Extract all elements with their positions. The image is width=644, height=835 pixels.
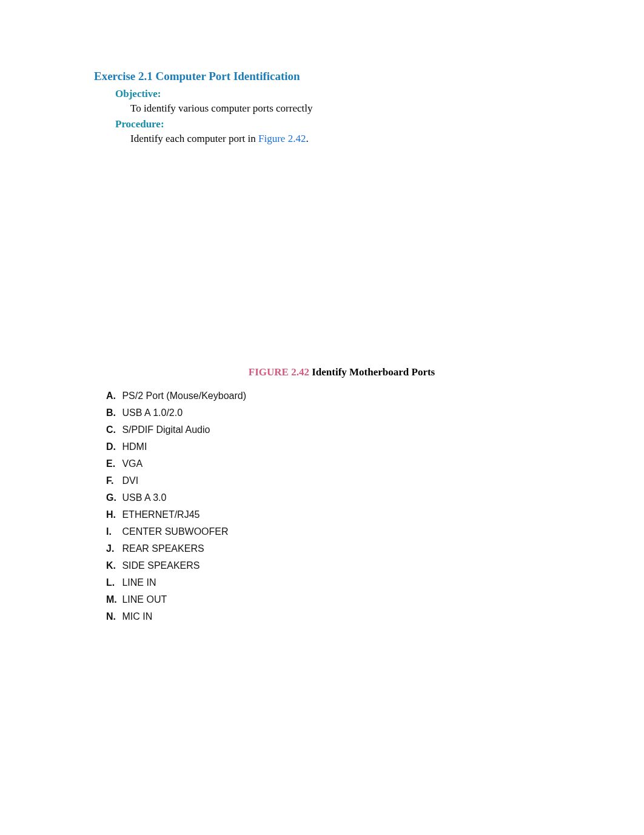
answer-item: H. ETHERNET/RJ45	[106, 509, 553, 520]
answer-letter: M.	[106, 594, 119, 605]
answer-letter: J.	[106, 543, 119, 554]
answer-letter: G.	[106, 492, 119, 503]
answer-letter: B.	[106, 407, 119, 418]
answer-text: USB A 1.0/2.0	[119, 407, 183, 418]
answer-item: N. MIC IN	[106, 611, 553, 622]
procedure-label: Procedure:	[115, 118, 553, 130]
answer-text: USB A 3.0	[119, 492, 166, 503]
answer-item: D. HDMI	[106, 441, 553, 452]
answer-text: LINE IN	[119, 577, 156, 588]
answer-item: I. CENTER SUBWOOFER	[106, 526, 553, 537]
answer-text: SIDE SPEAKERS	[119, 560, 200, 571]
answer-item: J. REAR SPEAKERS	[106, 543, 553, 554]
answers-list: A. PS/2 Port (Mouse/Keyboard) B. USB A 1…	[106, 391, 553, 622]
answer-letter: N.	[106, 611, 119, 622]
answer-item: L. LINE IN	[106, 577, 553, 588]
answer-letter: H.	[106, 509, 119, 520]
answer-item: F. DVI	[106, 475, 553, 486]
answer-text: MIC IN	[119, 611, 152, 622]
procedure-prefix: Identify each computer port in	[130, 133, 258, 144]
exercise-title: Exercise 2.1 Computer Port Identificatio…	[94, 70, 553, 83]
figure-caption: FIGURE 2.42 Identify Motherboard Ports	[130, 366, 553, 378]
answer-text: S/PDIF Digital Audio	[119, 424, 210, 435]
answer-text: HDMI	[119, 441, 147, 452]
answer-letter: E.	[106, 458, 119, 469]
answer-letter: K.	[106, 560, 119, 571]
answer-text: LINE OUT	[119, 594, 167, 605]
answer-text: REAR SPEAKERS	[119, 543, 204, 554]
answer-letter: A.	[106, 391, 119, 401]
answer-text: DVI	[119, 475, 138, 486]
answer-item: A. PS/2 Port (Mouse/Keyboard)	[106, 391, 553, 401]
figure-label: FIGURE 2.42	[249, 366, 309, 378]
figure-title: Identify Motherboard Ports	[309, 366, 435, 378]
figure-link[interactable]: Figure 2.42	[258, 133, 306, 144]
answer-text: VGA	[119, 458, 143, 469]
answer-text: ETHERNET/RJ45	[119, 509, 200, 520]
objective-label: Objective:	[115, 88, 553, 100]
answer-item: G. USB A 3.0	[106, 492, 553, 503]
procedure-suffix: .	[306, 133, 308, 144]
answer-item: E. VGA	[106, 458, 553, 469]
answer-letter: I.	[106, 526, 119, 537]
answer-letter: F.	[106, 475, 119, 486]
answer-text: CENTER SUBWOOFER	[119, 526, 229, 537]
answer-text: PS/2 Port (Mouse/Keyboard)	[119, 391, 246, 401]
answer-letter: C.	[106, 424, 119, 435]
answer-item: C. S/PDIF Digital Audio	[106, 424, 553, 435]
answer-item: B. USB A 1.0/2.0	[106, 407, 553, 418]
objective-text: To identify various computer ports corre…	[130, 102, 553, 115]
answer-letter: L.	[106, 577, 119, 588]
answer-letter: D.	[106, 441, 119, 452]
answer-item: K. SIDE SPEAKERS	[106, 560, 553, 571]
procedure-text: Identify each computer port in Figure 2.…	[130, 133, 553, 145]
answer-item: M. LINE OUT	[106, 594, 553, 605]
